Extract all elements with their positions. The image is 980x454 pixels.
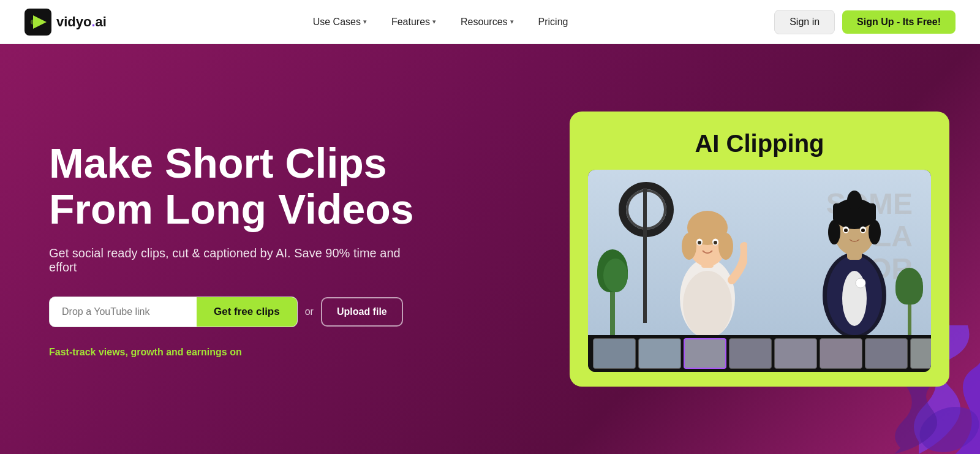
svg-point-9: [718, 233, 733, 260]
film-thumb-8: [910, 338, 931, 369]
svg-point-23: [847, 191, 862, 210]
hero-left: Make Short Clips From Long Videos Get so…: [0, 104, 557, 395]
hero-title: Make Short Clips From Long Videos: [49, 140, 521, 232]
svg-point-8: [682, 233, 696, 260]
filmstrip: [588, 335, 931, 372]
chevron-down-icon: ▾: [432, 18, 436, 26]
chevron-down-icon: ▾: [510, 18, 514, 26]
or-separator: or: [305, 306, 314, 317]
svg-point-26: [844, 229, 848, 232]
svg-point-27: [861, 229, 865, 232]
film-thumb-4: [729, 338, 772, 369]
fast-track-text: Fast-track views, growth and earnings on: [49, 347, 521, 358]
film-thumb-2: [638, 338, 681, 369]
plant-right: [894, 268, 925, 335]
youtube-url-input[interactable]: [50, 298, 197, 326]
svg-point-13: [714, 241, 717, 244]
person-right: [809, 182, 900, 335]
nav-features[interactable]: Features ▾: [382, 12, 446, 32]
film-thumb-6: [820, 338, 862, 369]
film-thumb-1: [593, 338, 636, 369]
hero-subtitle: Get social ready clips, cut & captioned …: [49, 246, 404, 274]
input-wrapper: Get free clips: [49, 297, 298, 327]
mic-stand: [643, 188, 647, 323]
chevron-down-icon: ▾: [363, 18, 367, 26]
svg-point-20: [828, 220, 840, 244]
film-thumb-7: [865, 338, 908, 369]
svg-point-2: [31, 20, 36, 25]
film-thumb-3[interactable]: [684, 338, 726, 369]
ai-card: AI Clipping SOMELAFOR: [570, 112, 949, 387]
nav-pricing[interactable]: Pricing: [529, 12, 578, 32]
logo-icon: [24, 9, 51, 36]
person-left: [668, 200, 747, 335]
ai-card-title: AI Clipping: [588, 130, 931, 157]
ai-card-video: SOMELAFOR: [588, 170, 931, 372]
hero-section: Make Short Clips From Long Videos Get so…: [0, 44, 980, 454]
svg-point-4: [683, 271, 732, 335]
nav-auth: Sign in Sign Up - Its Free!: [774, 10, 956, 34]
signin-button[interactable]: Sign in: [774, 10, 835, 34]
svg-point-12: [698, 241, 701, 244]
get-clips-button[interactable]: Get free clips: [197, 297, 297, 327]
nav-resources[interactable]: Resources ▾: [451, 12, 523, 32]
hero-input-row: Get free clips or Upload file: [49, 297, 521, 327]
logo-text: vidyo.ai: [56, 14, 107, 30]
signup-button[interactable]: Sign Up - Its Free!: [842, 10, 956, 34]
video-main-area: SOMELAFOR: [588, 170, 931, 335]
hero-right: AI Clipping SOMELAFOR: [557, 93, 980, 405]
film-thumb-5: [774, 338, 817, 369]
svg-point-21: [869, 220, 881, 244]
nav-use-cases[interactable]: Use Cases ▾: [303, 12, 377, 32]
nav-links: Use Cases ▾ Features ▾ Resources ▾ Prici…: [303, 12, 578, 32]
plant-left: [594, 249, 631, 335]
svg-point-28: [856, 278, 865, 288]
upload-file-button[interactable]: Upload file: [321, 297, 403, 327]
navbar: vidyo.ai Use Cases ▾ Features ▾ Resource…: [0, 0, 980, 44]
logo[interactable]: vidyo.ai: [24, 9, 107, 36]
